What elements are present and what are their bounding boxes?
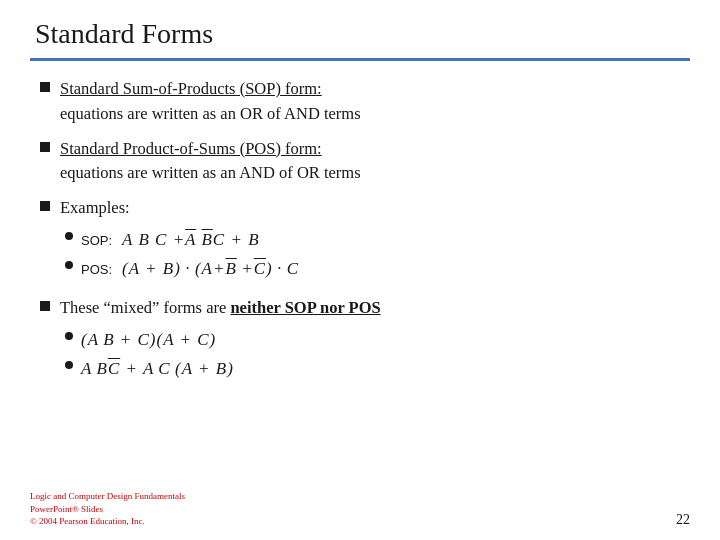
sub-bullet-sop: SOP: A B C +A BC + B (65, 227, 299, 253)
sub-bullet-pos-text: POS: (A + B) · (A+B +C) · C (81, 256, 299, 282)
bullet2-underline: Standard Product-of-Sums (POS) form: (60, 139, 322, 158)
footer-line3: © 2004 Pearson Education, Inc. (30, 515, 185, 528)
pos-label: POS: (81, 262, 112, 277)
bullet-text-3: Examples: SOP: A B C +A BC + B (60, 196, 299, 286)
slide-container: Standard Forms Standard Sum-of-Products … (0, 0, 720, 540)
bullet-text-4: These “mixed” forms are neither SOP nor … (60, 296, 381, 386)
footer-left: Logic and Computer Design Fundamentals P… (30, 490, 185, 528)
bullet1-label: Standard Sum-of-Products (SOP) form: (60, 79, 322, 98)
bullet-square-4 (40, 301, 50, 311)
sub-bullet-dot-4 (65, 361, 73, 369)
bullet2-label: Standard Product-of-Sums (POS) form: (60, 139, 322, 158)
title-divider (30, 58, 690, 61)
bullet-square-1 (40, 82, 50, 92)
pos-formula: (A + B) · (A+B +C) · C (122, 259, 299, 278)
sub-bullets: SOP: A B C +A BC + B POS: (A + B) · ( (60, 227, 299, 282)
footer-line1: Logic and Computer Design Fundamentals (30, 490, 185, 503)
bullet-square-3 (40, 201, 50, 211)
sub-bullets-mixed: (A B + C)(A + C) A BC + A C (A + B) (60, 327, 381, 382)
bullet-text-2: Standard Product-of-Sums (POS) form: equ… (60, 137, 361, 187)
bullet-item-3: Examples: SOP: A B C +A BC + B (40, 196, 690, 286)
mixed-formula-1: (A B + C)(A + C) (81, 327, 216, 353)
sub-bullet-mixed-2: A BC + A C (A + B) (65, 356, 381, 382)
sub-bullet-mixed-1: (A B + C)(A + C) (65, 327, 381, 353)
footer-line2: PowerPoint® Slides (30, 503, 185, 516)
sub-bullet-pos: POS: (A + B) · (A+B +C) · C (65, 256, 299, 282)
bullet4-intro: These “mixed” forms are neither SOP nor … (60, 298, 381, 317)
bullet-item-4: These “mixed” forms are neither SOP nor … (40, 296, 690, 386)
sub-bullet-sop-text: SOP: A B C +A BC + B (81, 227, 260, 253)
bullet3-label: Examples: (60, 198, 130, 217)
sop-label: SOP: (81, 233, 112, 248)
bullet-square-2 (40, 142, 50, 152)
bullet2-body: equations are written as an AND of OR te… (60, 163, 361, 182)
bullet1-underline: Standard Sum-of-Products (SOP) form: (60, 79, 322, 98)
footer: Logic and Computer Design Fundamentals P… (30, 490, 690, 528)
bullet-item-2: Standard Product-of-Sums (POS) form: equ… (40, 137, 690, 187)
sub-bullet-dot-3 (65, 332, 73, 340)
slide-title: Standard Forms (30, 18, 690, 50)
bullet1-body: equations are written as an OR of AND te… (60, 104, 361, 123)
bullet-text-1: Standard Sum-of-Products (SOP) form: equ… (60, 77, 361, 127)
sop-formula: A B C +A BC + B (122, 230, 259, 249)
neither-text: neither SOP nor POS (230, 298, 380, 317)
bullet-item-1: Standard Sum-of-Products (SOP) form: equ… (40, 77, 690, 127)
content-area: Standard Sum-of-Products (SOP) form: equ… (30, 77, 690, 386)
sub-bullet-dot-2 (65, 261, 73, 269)
sub-bullet-dot-1 (65, 232, 73, 240)
mixed-formula-2: A BC + A C (A + B) (81, 356, 234, 382)
page-number: 22 (676, 512, 690, 528)
